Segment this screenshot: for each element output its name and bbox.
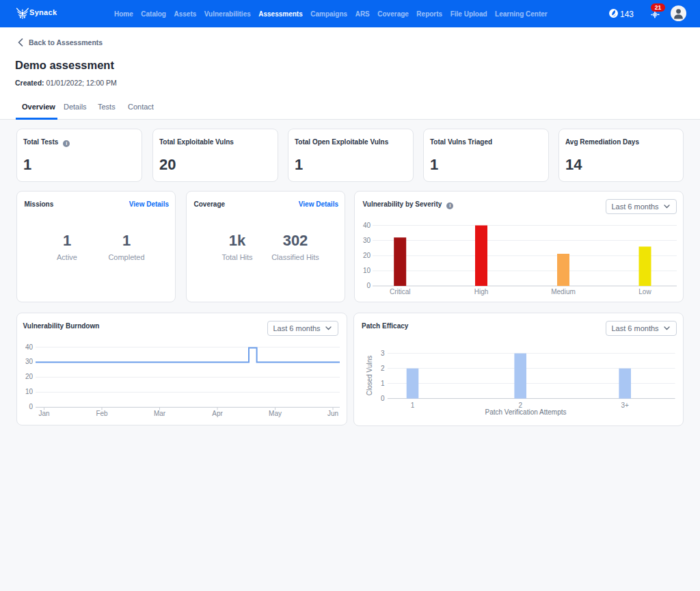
svg-text:Low: Low [638,288,651,296]
svg-text:0: 0 [29,403,33,410]
svg-text:3+: 3+ [621,402,629,409]
svg-text:Mar: Mar [154,410,166,417]
svg-text:30: 30 [25,358,33,365]
svg-text:0: 0 [366,282,371,289]
svg-text:30: 30 [363,237,371,244]
svg-text:High: High [474,288,489,296]
svg-text:Jan: Jan [38,410,49,417]
svg-text:Feb: Feb [96,410,108,417]
svg-text:2: 2 [381,365,385,372]
svg-text:Patch Verification Attempts: Patch Verification Attempts [485,408,567,416]
svg-text:Medium: Medium [551,288,576,296]
svg-text:10: 10 [25,388,33,395]
svg-text:20: 20 [363,252,371,259]
svg-text:Apr: Apr [212,410,223,417]
svg-text:Jun: Jun [327,410,338,417]
svg-text:10: 10 [363,267,371,274]
svg-text:Closed Vulns: Closed Vulns [366,356,373,396]
svg-text:May: May [269,410,282,417]
svg-text:20: 20 [25,373,33,380]
svg-text:0: 0 [381,395,385,402]
svg-text:40: 40 [363,222,371,229]
svg-text:1: 1 [411,402,415,409]
svg-text:3: 3 [381,350,385,357]
svg-text:40: 40 [25,343,33,351]
svg-text:1: 1 [381,380,385,387]
svg-text:Critical: Critical [390,288,411,296]
